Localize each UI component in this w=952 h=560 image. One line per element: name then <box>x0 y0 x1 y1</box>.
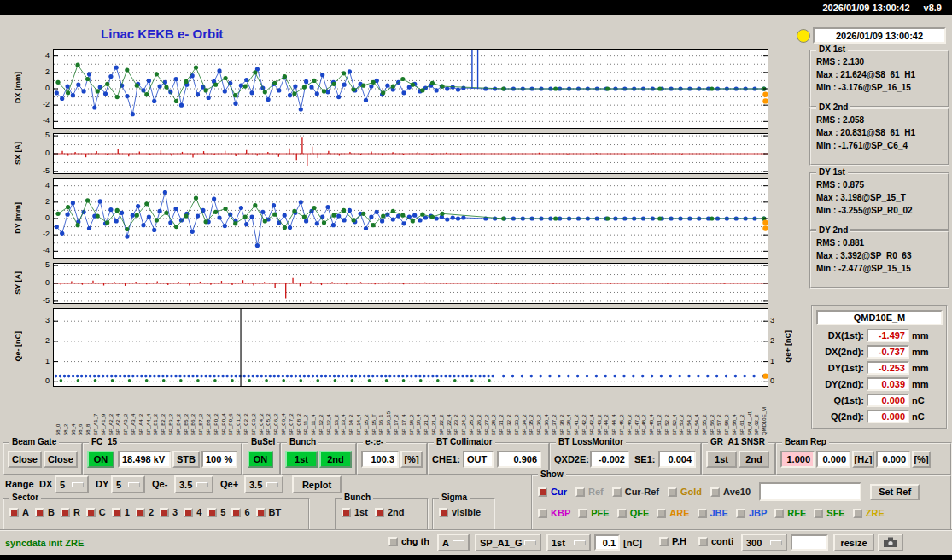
check-cur-ref[interactable]: Cur-Ref <box>612 487 659 497</box>
blank-entry-display[interactable] <box>791 534 828 551</box>
jbp-checkbox[interactable] <box>736 509 745 518</box>
are-checkbox[interactable] <box>657 509 666 518</box>
bt-checkbox[interactable] <box>256 508 266 517</box>
range-qem-value: 3.5 <box>179 480 192 490</box>
cur-ref-checkbox[interactable] <box>612 487 622 497</box>
check-3[interactable]: 3 <box>160 507 178 517</box>
a-checkbox[interactable] <box>9 508 19 517</box>
y-axis-label-dx: DX [mm] <box>12 49 24 127</box>
check-5[interactable]: 5 <box>207 507 225 517</box>
ref-name-input[interactable] <box>759 482 861 501</box>
check-pfe[interactable]: PFE <box>578 508 609 518</box>
y-tick-label: -4 <box>31 116 50 125</box>
station-select-dropdown[interactable]: SP_A1_G <box>475 534 541 551</box>
check-zre[interactable]: ZRE <box>853 508 885 518</box>
snapshot-button[interactable] <box>878 534 903 551</box>
ref-checkbox[interactable] <box>575 487 585 497</box>
2nd-checkbox[interactable] <box>375 508 384 517</box>
snsr-2nd-button[interactable]: 2nd <box>739 451 769 468</box>
2-checkbox[interactable] <box>136 508 145 517</box>
r-checkbox[interactable] <box>61 508 70 517</box>
check-4[interactable]: 4 <box>184 507 201 517</box>
range-dx-dropdown[interactable]: 5 <box>55 475 89 493</box>
check-visible[interactable]: visible <box>439 507 481 517</box>
check-rfe[interactable]: RFE <box>774 508 806 518</box>
check-r[interactable]: R <box>61 507 80 517</box>
check-gold[interactable]: Gold <box>668 487 702 497</box>
check-bt[interactable]: BT <box>256 507 282 517</box>
stat-max: Max : 3.198@SP_15_T <box>811 191 948 204</box>
check-ave10[interactable]: Ave10 <box>710 487 751 497</box>
check-c[interactable]: C <box>86 507 106 517</box>
busel-on-button[interactable]: ON <box>248 451 273 468</box>
ee-ratio-title: e-:e- <box>363 437 386 447</box>
monitor-row-unit: mm <box>912 363 929 373</box>
3-checkbox[interactable] <box>160 508 169 517</box>
ref-label: Ref <box>588 487 604 497</box>
beam-gate-close1-button[interactable]: Close <box>8 451 42 468</box>
y-axis-label-dy: DY [mm] <box>12 178 24 257</box>
check-a[interactable]: A <box>9 507 29 517</box>
check-jbp[interactable]: JBP <box>736 508 767 518</box>
ph-check[interactable]: P.H <box>659 536 686 546</box>
chg-th-check[interactable]: chg th <box>388 536 429 546</box>
jbe-checkbox[interactable] <box>698 509 707 518</box>
chg-th-checkbox[interactable] <box>388 537 398 546</box>
set-ref-button[interactable]: Set Ref <box>870 484 920 500</box>
range-dy-value: 5 <box>116 480 121 490</box>
gold-checkbox[interactable] <box>668 487 677 497</box>
cur-checkbox[interactable] <box>538 487 547 497</box>
check-cur[interactable]: Cur <box>538 487 567 497</box>
qfe-checkbox[interactable] <box>617 509 627 518</box>
y-tick-label: 0 <box>31 376 50 385</box>
pfe-checkbox[interactable] <box>578 509 587 518</box>
rfe-checkbox[interactable] <box>774 509 784 518</box>
ave10-checkbox[interactable] <box>710 487 720 497</box>
check-1[interactable]: 1 <box>112 507 130 517</box>
4-checkbox[interactable] <box>184 508 193 517</box>
x-station-label: SP_26_2 <box>476 414 482 435</box>
visible-checkbox[interactable] <box>439 508 448 517</box>
check-qfe[interactable]: QFE <box>617 508 650 518</box>
resize-button[interactable]: resize <box>833 534 874 551</box>
points-select-dropdown[interactable]: 300 <box>741 534 787 551</box>
range-qem-dropdown[interactable]: 3.5 <box>174 475 213 493</box>
bunch-select-dropdown[interactable]: 1st <box>546 534 591 551</box>
zre-checkbox[interactable] <box>853 509 862 518</box>
fc15-stb-button[interactable]: STB <box>172 451 200 468</box>
range-qep-dropdown[interactable]: 3.5 <box>244 475 283 493</box>
check-kbp[interactable]: KBP <box>538 508 570 518</box>
replot-button[interactable]: Replot <box>292 475 342 493</box>
x-station-label: SP_15_2 <box>364 414 370 435</box>
range-dy-dropdown[interactable]: 5 <box>111 475 145 493</box>
fc15-on-button[interactable]: ON <box>87 451 114 468</box>
1st-checkbox[interactable] <box>342 508 351 517</box>
ph-checkbox[interactable] <box>659 537 669 546</box>
conti-checkbox[interactable] <box>698 537 708 546</box>
stat-group-dy-2nd: DY 2ndRMS : 0.881Max : 3.392@SP_R0_63Min… <box>809 230 949 289</box>
beam-gate-close2-button[interactable]: Close <box>44 451 78 468</box>
check-jbe[interactable]: JBE <box>698 508 728 518</box>
conti-check[interactable]: conti <box>698 536 733 546</box>
kbp-checkbox[interactable] <box>538 509 547 518</box>
check-ref[interactable]: Ref <box>575 487 604 497</box>
x-station-label: SP_14_2 <box>348 414 354 435</box>
check-are[interactable]: ARE <box>657 508 689 518</box>
check-2[interactable]: 2 <box>136 507 154 517</box>
bunch-1st-button[interactable]: 1st <box>285 451 318 468</box>
check-6[interactable]: 6 <box>231 507 249 517</box>
b-checkbox[interactable] <box>35 508 44 517</box>
snsr-1st-button[interactable]: 1st <box>706 451 737 468</box>
1-checkbox[interactable] <box>112 508 121 517</box>
sector-select-dropdown[interactable]: A <box>437 534 470 551</box>
check-b[interactable]: B <box>35 507 55 517</box>
bunch-2nd-button[interactable]: 2nd <box>319 451 352 468</box>
sfe-checkbox[interactable] <box>814 509 823 518</box>
6-checkbox[interactable] <box>231 508 241 517</box>
c-checkbox[interactable] <box>86 508 96 517</box>
check-sfe[interactable]: SFE <box>814 508 844 518</box>
check-1st[interactable]: 1st <box>342 507 368 517</box>
check-2nd[interactable]: 2nd <box>375 507 405 517</box>
5-checkbox[interactable] <box>207 508 217 517</box>
stat-min: Min : -2.477@SP_15_15 <box>811 262 948 275</box>
